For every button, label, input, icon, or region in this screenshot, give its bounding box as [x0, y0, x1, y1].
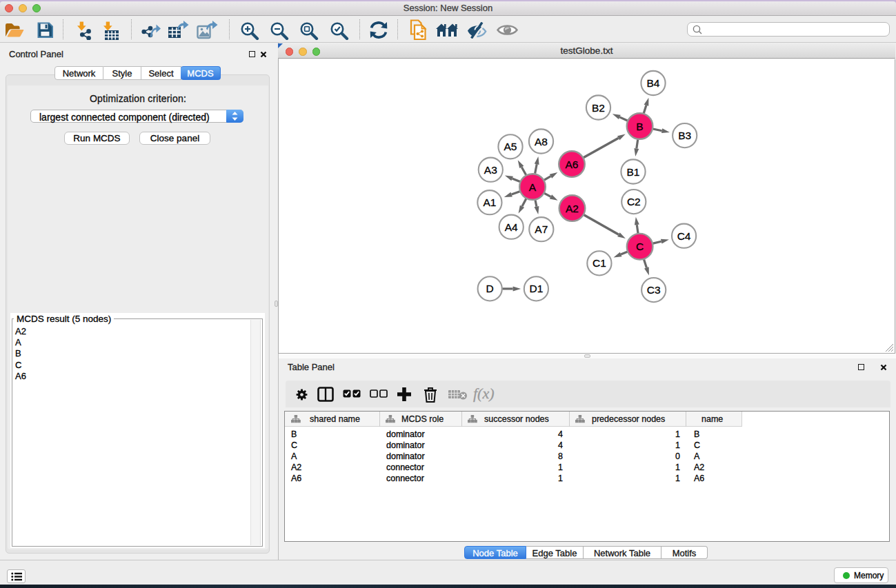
svg-text:B3: B3: [678, 130, 691, 141]
svg-text:B: B: [636, 121, 643, 132]
svg-text:C1: C1: [593, 257, 606, 269]
svg-text:B4: B4: [647, 77, 660, 89]
svg-text:A8: A8: [535, 136, 548, 148]
svg-text:C2: C2: [627, 196, 641, 207]
svg-text:A3: A3: [484, 164, 497, 176]
svg-text:A4: A4: [505, 221, 518, 233]
svg-text:C3: C3: [647, 284, 661, 296]
svg-text:A2: A2: [566, 203, 579, 214]
svg-text:B2: B2: [592, 102, 605, 114]
svg-text:A1: A1: [483, 196, 496, 208]
svg-text:A6: A6: [566, 159, 579, 170]
svg-text:C4: C4: [677, 230, 691, 242]
svg-text:D: D: [486, 283, 494, 294]
svg-text:A: A: [529, 181, 537, 193]
svg-text:B1: B1: [627, 166, 640, 178]
svg-text:A5: A5: [504, 141, 517, 152]
svg-text:C: C: [636, 241, 644, 252]
svg-text:A7: A7: [535, 223, 548, 235]
svg-text:D1: D1: [529, 283, 543, 294]
